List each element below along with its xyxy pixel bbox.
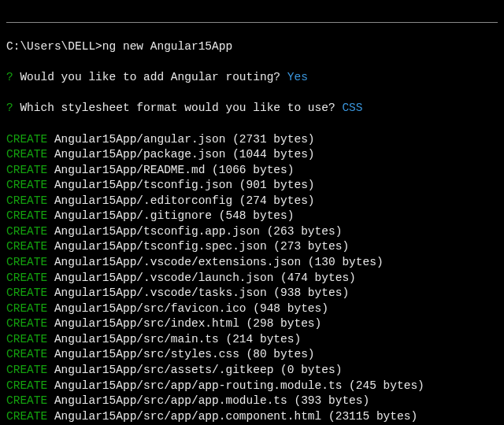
create-label: CREATE xyxy=(6,317,47,330)
create-line: CREATE Angular15App/angular.json (2731 b… xyxy=(6,132,498,148)
create-line: CREATE Angular15App/.vscode/tasks.json (… xyxy=(6,286,498,301)
window-divider xyxy=(6,22,498,23)
create-path: Angular15App/README.md (1066 bytes) xyxy=(47,164,294,176)
create-label: CREATE xyxy=(6,164,47,176)
create-label: CREATE xyxy=(6,256,47,268)
create-line: CREATE Angular15App/src/styles.css (80 b… xyxy=(6,347,498,363)
create-line: CREATE Angular15App/tsconfig.json (901 b… xyxy=(6,178,498,194)
create-label: CREATE xyxy=(6,364,47,376)
create-path: Angular15App/tsconfig.json (901 bytes) xyxy=(47,179,314,191)
create-line: CREATE Angular15App/src/assets/.gitkeep … xyxy=(6,363,498,379)
create-label: CREATE xyxy=(6,379,47,392)
question-mark-icon: ? xyxy=(6,102,13,114)
create-label: CREATE xyxy=(6,286,47,299)
create-path: Angular15App/src/app/app-routing.module.… xyxy=(47,379,424,392)
create-label: CREATE xyxy=(6,209,47,222)
create-path: Angular15App/src/favicon.ico (948 bytes) xyxy=(47,302,328,315)
create-path: Angular15App/angular.json (2731 bytes) xyxy=(47,133,314,146)
create-line: CREATE Angular15App/package.json (1044 b… xyxy=(6,147,498,163)
create-label: CREATE xyxy=(6,302,47,315)
create-line: CREATE Angular15App/src/main.ts (214 byt… xyxy=(6,332,498,348)
command-text: ng new Angular15App xyxy=(102,40,232,53)
question-mark-icon: ? xyxy=(6,71,13,83)
command-line: C:\Users\DELL>ng new Angular15App xyxy=(6,39,498,55)
question-text: Would you like to add Angular routing? xyxy=(13,71,287,83)
create-path: Angular15App/src/assets/.gitkeep (0 byte… xyxy=(47,364,342,376)
create-line: CREATE Angular15App/tsconfig.spec.json (… xyxy=(6,239,498,255)
create-line: CREATE Angular15App/src/app/app.module.t… xyxy=(6,394,498,409)
create-path: Angular15App/src/index.html (298 bytes) xyxy=(47,317,321,330)
cli-question: ? Would you like to add Angular routing?… xyxy=(6,70,498,86)
create-line: CREATE Angular15App/src/app/app.componen… xyxy=(6,409,498,425)
question-answer: Yes xyxy=(287,71,308,83)
create-label: CREATE xyxy=(6,348,47,360)
create-label: CREATE xyxy=(6,240,47,253)
create-line: CREATE Angular15App/src/app/app-routing.… xyxy=(6,379,498,394)
create-path: Angular15App/.vscode/extensions.json (13… xyxy=(47,256,383,268)
create-line: CREATE Angular15App/src/index.html (298 … xyxy=(6,316,498,332)
create-line: CREATE Angular15App/.editorconfig (274 b… xyxy=(6,194,498,209)
create-label: CREATE xyxy=(6,333,47,346)
create-line: CREATE Angular15App/.vscode/launch.json … xyxy=(6,271,498,286)
create-path: Angular15App/.editorconfig (274 bytes) xyxy=(47,194,314,207)
create-line: CREATE Angular15App/.vscode/extensions.j… xyxy=(6,255,498,271)
create-path: Angular15App/src/app/app.component.html … xyxy=(47,410,417,423)
create-label: CREATE xyxy=(6,194,47,207)
create-label: CREATE xyxy=(6,272,47,284)
create-path: Angular15App/tsconfig.spec.json (273 byt… xyxy=(47,240,349,253)
create-path: Angular15App/src/app/app.module.ts (393 … xyxy=(47,394,369,407)
prompt-path: C:\Users\DELL> xyxy=(6,40,102,53)
create-path: Angular15App/.gitignore (548 bytes) xyxy=(47,209,294,222)
create-line: CREATE Angular15App/README.md (1066 byte… xyxy=(6,163,498,179)
question-text: Which stylesheet format would you like t… xyxy=(13,102,343,114)
cli-question: ? Which stylesheet format would you like… xyxy=(6,101,498,116)
create-line: CREATE Angular15App/.gitignore (548 byte… xyxy=(6,209,498,224)
create-path: Angular15App/src/main.ts (214 bytes) xyxy=(47,333,301,346)
create-label: CREATE xyxy=(6,179,47,191)
create-label: CREATE xyxy=(6,148,47,161)
create-path: Angular15App/package.json (1044 bytes) xyxy=(47,148,314,161)
terminal-window[interactable]: C:\Users\DELL>ng new Angular15App ? Woul… xyxy=(6,6,498,425)
create-line: CREATE Angular15App/tsconfig.app.json (2… xyxy=(6,224,498,240)
create-label: CREATE xyxy=(6,225,47,238)
create-path: Angular15App/.vscode/tasks.json (938 byt… xyxy=(47,286,349,299)
create-path: Angular15App/src/styles.css (80 bytes) xyxy=(47,348,314,360)
create-label: CREATE xyxy=(6,133,47,146)
create-output-list: CREATE Angular15App/angular.json (2731 b… xyxy=(6,132,498,426)
create-path: Angular15App/.vscode/launch.json (474 by… xyxy=(47,272,356,284)
question-answer: CSS xyxy=(342,102,362,114)
create-label: CREATE xyxy=(6,410,47,423)
create-path: Angular15App/tsconfig.app.json (263 byte… xyxy=(47,225,342,238)
create-label: CREATE xyxy=(6,394,47,407)
create-line: CREATE Angular15App/src/favicon.ico (948… xyxy=(6,301,498,317)
